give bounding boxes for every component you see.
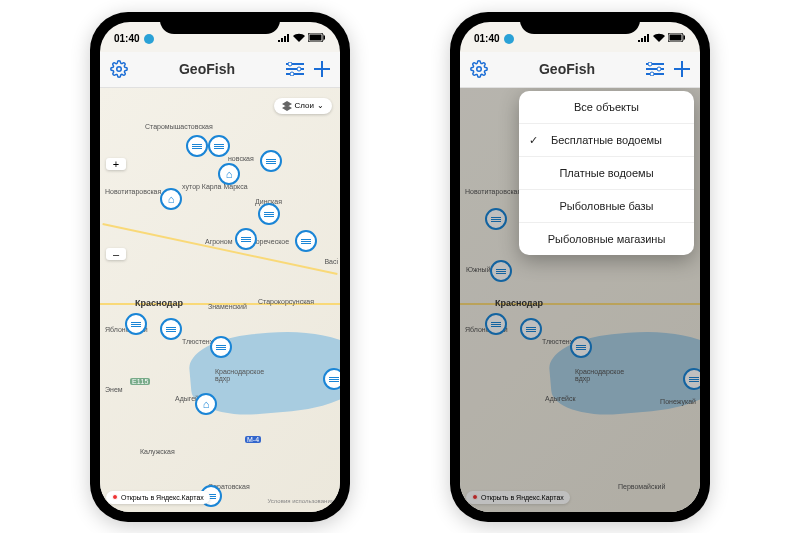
- gear-icon[interactable]: [110, 60, 128, 78]
- road: [460, 303, 700, 305]
- map-marker-home[interactable]: [195, 393, 217, 415]
- road-badge: М-4: [245, 436, 261, 443]
- map-marker-home[interactable]: [218, 163, 240, 185]
- city-label: Краснодарское вдхр: [575, 368, 624, 382]
- map-marker[interactable]: [260, 150, 282, 172]
- city-label: Яблоновский: [465, 326, 508, 333]
- status-right: [638, 33, 686, 44]
- city-label: Старомышастовская: [145, 123, 213, 130]
- gear-icon[interactable]: [470, 60, 488, 78]
- filter-dropdown: Все объекты ✓ Бесплатные водоемы Платные…: [519, 91, 694, 255]
- layers-button[interactable]: Слои ⌄: [274, 98, 332, 114]
- map-marker[interactable]: [295, 230, 317, 252]
- city-label: Южный: [466, 266, 491, 273]
- svg-point-18: [657, 67, 661, 71]
- city-label-main: Краснодар: [495, 298, 543, 308]
- map-marker-home[interactable]: [160, 188, 182, 210]
- map-marker[interactable]: [490, 260, 512, 282]
- chevron-down-icon: ⌄: [317, 101, 324, 110]
- map-marker[interactable]: [186, 135, 208, 157]
- dropdown-item-label: Платные водоемы: [559, 167, 653, 179]
- svg-point-7: [288, 62, 292, 66]
- map-marker[interactable]: [235, 228, 257, 250]
- city-label: Васі: [324, 258, 338, 265]
- wifi-icon: [293, 33, 305, 44]
- map-marker[interactable]: [210, 336, 232, 358]
- telegram-icon: [144, 34, 154, 44]
- map-marker[interactable]: [485, 208, 507, 230]
- filter-icon[interactable]: [646, 62, 664, 76]
- status-time: 01:40: [114, 33, 140, 44]
- dropdown-item-paid[interactable]: Платные водоемы: [519, 157, 694, 190]
- header-title: GeoFish: [179, 61, 235, 77]
- filter-icon[interactable]: [286, 62, 304, 76]
- city-label: Тлюстенхабль: [542, 338, 588, 345]
- dropdown-item-all[interactable]: Все объекты: [519, 91, 694, 124]
- svg-point-9: [290, 72, 294, 76]
- screen-left: 01:40 GeoFish: [100, 22, 340, 512]
- map-marker[interactable]: [570, 336, 592, 358]
- map-attribution[interactable]: Условия использования: [267, 498, 334, 504]
- city-label: Краснодарское вдхр: [215, 368, 264, 382]
- city-label: Адыгейск: [545, 395, 576, 402]
- city-label: новская: [228, 155, 254, 162]
- zoom-out-button[interactable]: –: [106, 248, 126, 260]
- svg-point-19: [650, 72, 654, 76]
- signal-icon: [278, 33, 290, 44]
- city-label: Новотитаровская: [105, 188, 161, 195]
- phone-notch: [520, 12, 640, 34]
- map-marker[interactable]: [160, 318, 182, 340]
- wifi-icon: [653, 33, 665, 44]
- svg-point-8: [297, 67, 301, 71]
- city-label-main: Краснодар: [135, 298, 183, 308]
- add-icon[interactable]: [674, 61, 690, 77]
- city-label: вореческое: [252, 238, 289, 245]
- map-marker-count[interactable]: [323, 368, 340, 390]
- svg-rect-6: [286, 73, 304, 75]
- dropdown-item-label: Бесплатные водоемы: [551, 134, 662, 146]
- open-yandex-button[interactable]: Открыть в Яндекс.Картах: [466, 491, 570, 504]
- yandex-pin-icon: [472, 494, 478, 500]
- signal-icon: [638, 33, 650, 44]
- status-time: 01:40: [474, 33, 500, 44]
- svg-point-17: [648, 62, 652, 66]
- map-marker[interactable]: [208, 135, 230, 157]
- dropdown-item-label: Все объекты: [574, 101, 639, 113]
- city-label: Новотитаровская: [465, 188, 521, 195]
- svg-rect-1: [310, 35, 322, 41]
- map-marker[interactable]: [520, 318, 542, 340]
- city-label: Первомайский: [618, 483, 665, 490]
- map[interactable]: Новотитаровская Южный Краснодар Яблоновс…: [460, 88, 700, 512]
- dropdown-item-label: Рыболовные базы: [559, 200, 653, 212]
- open-yandex-button[interactable]: Открыть в Яндекс.Картах: [106, 491, 210, 504]
- phone-right: 01:40 GeoFish: [450, 12, 710, 522]
- map[interactable]: Старомышастовская новская Новотитаровска…: [100, 88, 340, 512]
- header: GeoFish: [460, 52, 700, 88]
- status-left: 01:40: [474, 33, 514, 44]
- map-marker[interactable]: [485, 313, 507, 335]
- open-yandex-label: Открыть в Яндекс.Картах: [481, 494, 564, 501]
- battery-icon: [668, 33, 686, 44]
- yandex-pin-icon: [112, 494, 118, 500]
- dropdown-item-free[interactable]: ✓ Бесплатные водоемы: [519, 124, 694, 157]
- city-label: Старокорсунская: [258, 298, 314, 305]
- header-title: GeoFish: [539, 61, 595, 77]
- phone-notch: [160, 12, 280, 34]
- status-left: 01:40: [114, 33, 154, 44]
- zoom-in-button[interactable]: +: [106, 158, 126, 170]
- city-label: Энем: [105, 386, 123, 393]
- city-label: хутор Карла Маркса: [182, 183, 248, 190]
- add-icon[interactable]: [314, 61, 330, 77]
- dropdown-item-shops[interactable]: Рыболовные магазины: [519, 223, 694, 255]
- map-marker[interactable]: [258, 203, 280, 225]
- header: GeoFish: [100, 52, 340, 88]
- svg-point-13: [477, 67, 482, 72]
- check-icon: ✓: [529, 133, 538, 146]
- phone-left: 01:40 GeoFish: [90, 12, 350, 522]
- map-marker[interactable]: [125, 313, 147, 335]
- telegram-icon: [504, 34, 514, 44]
- dropdown-item-label: Рыболовные магазины: [548, 233, 666, 245]
- map-marker-count[interactable]: [683, 368, 700, 390]
- dropdown-item-bases[interactable]: Рыболовные базы: [519, 190, 694, 223]
- water-reservoir: [547, 324, 700, 419]
